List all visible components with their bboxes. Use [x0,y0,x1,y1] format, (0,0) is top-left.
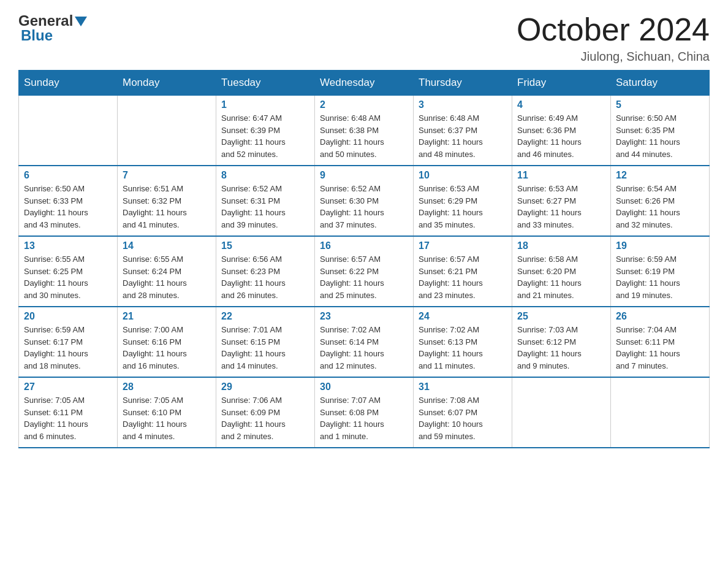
calendar-cell: 1Sunrise: 6:47 AMSunset: 6:39 PMDaylight… [216,96,315,166]
calendar-cell [118,96,216,166]
day-info: Sunrise: 7:06 AMSunset: 6:09 PMDaylight:… [221,394,309,442]
calendar-cell: 25Sunrise: 7:03 AMSunset: 6:12 PMDayligh… [512,307,611,377]
day-number: 30 [320,381,408,393]
calendar-cell: 23Sunrise: 7:02 AMSunset: 6:14 PMDayligh… [315,307,414,377]
weekday-header-thursday: Thursday [414,71,512,96]
day-info: Sunrise: 6:55 AMSunset: 6:24 PMDaylight:… [123,253,211,301]
day-number: 18 [517,240,605,251]
calendar-week-row: 1Sunrise: 6:47 AMSunset: 6:39 PMDaylight… [19,96,710,166]
calendar-week-row: 6Sunrise: 6:50 AMSunset: 6:33 PMDaylight… [19,166,710,236]
day-info: Sunrise: 6:57 AMSunset: 6:22 PMDaylight:… [320,253,408,301]
day-number: 2 [320,99,408,110]
page-header: General Blue October 2024 Jiulong, Sichu… [18,12,710,64]
calendar-table: SundayMondayTuesdayWednesdayThursdayFrid… [18,70,710,448]
calendar-cell: 22Sunrise: 7:01 AMSunset: 6:15 PMDayligh… [216,307,315,377]
day-info: Sunrise: 7:02 AMSunset: 6:13 PMDaylight:… [419,324,507,372]
day-info: Sunrise: 7:02 AMSunset: 6:14 PMDaylight:… [320,324,408,372]
day-number: 29 [221,381,309,393]
calendar-cell: 18Sunrise: 6:58 AMSunset: 6:20 PMDayligh… [512,236,611,307]
day-info: Sunrise: 6:55 AMSunset: 6:25 PMDaylight:… [24,253,112,301]
day-info: Sunrise: 7:05 AMSunset: 6:10 PMDaylight:… [123,394,211,442]
day-info: Sunrise: 6:51 AMSunset: 6:32 PMDaylight:… [123,183,211,231]
calendar-cell: 20Sunrise: 6:59 AMSunset: 6:17 PMDayligh… [19,307,118,377]
day-number: 28 [123,381,211,393]
day-number: 8 [221,170,309,181]
day-info: Sunrise: 6:50 AMSunset: 6:33 PMDaylight:… [24,183,112,231]
calendar-cell: 9Sunrise: 6:52 AMSunset: 6:30 PMDaylight… [315,166,414,236]
weekday-header-friday: Friday [512,71,611,96]
calendar-cell: 11Sunrise: 6:53 AMSunset: 6:27 PMDayligh… [512,166,611,236]
day-number: 26 [616,311,704,322]
calendar-cell: 3Sunrise: 6:48 AMSunset: 6:37 PMDaylight… [414,96,512,166]
calendar-cell: 30Sunrise: 7:07 AMSunset: 6:08 PMDayligh… [315,377,414,448]
calendar-cell: 19Sunrise: 6:59 AMSunset: 6:19 PMDayligh… [611,236,710,307]
day-info: Sunrise: 6:53 AMSunset: 6:27 PMDaylight:… [517,183,605,231]
calendar-cell [611,377,710,448]
day-number: 13 [24,240,112,251]
weekday-header-wednesday: Wednesday [315,71,414,96]
calendar-cell: 26Sunrise: 7:04 AMSunset: 6:11 PMDayligh… [611,307,710,377]
calendar-cell: 10Sunrise: 6:53 AMSunset: 6:29 PMDayligh… [414,166,512,236]
day-number: 9 [320,170,408,181]
day-info: Sunrise: 7:08 AMSunset: 6:07 PMDaylight:… [419,394,507,442]
day-number: 7 [123,170,211,181]
day-info: Sunrise: 7:05 AMSunset: 6:11 PMDaylight:… [24,394,112,442]
calendar-cell: 5Sunrise: 6:50 AMSunset: 6:35 PMDaylight… [611,96,710,166]
day-number: 21 [123,311,211,322]
day-info: Sunrise: 6:52 AMSunset: 6:31 PMDaylight:… [221,183,309,231]
day-info: Sunrise: 6:49 AMSunset: 6:36 PMDaylight:… [517,112,605,160]
location-label: Jiulong, Sichuan, China [517,50,710,64]
day-info: Sunrise: 7:01 AMSunset: 6:15 PMDaylight:… [221,324,309,372]
weekday-header-monday: Monday [118,71,216,96]
day-info: Sunrise: 6:54 AMSunset: 6:26 PMDaylight:… [616,183,704,231]
day-number: 20 [24,311,112,322]
calendar-cell: 21Sunrise: 7:00 AMSunset: 6:16 PMDayligh… [118,307,216,377]
calendar-cell: 2Sunrise: 6:48 AMSunset: 6:38 PMDaylight… [315,96,414,166]
calendar-cell: 15Sunrise: 6:56 AMSunset: 6:23 PMDayligh… [216,236,315,307]
calendar-cell [512,377,611,448]
day-number: 5 [616,99,704,110]
calendar-cell: 16Sunrise: 6:57 AMSunset: 6:22 PMDayligh… [315,236,414,307]
calendar-cell: 8Sunrise: 6:52 AMSunset: 6:31 PMDaylight… [216,166,315,236]
day-info: Sunrise: 6:57 AMSunset: 6:21 PMDaylight:… [419,253,507,301]
logo-triangle-icon [74,15,88,28]
day-info: Sunrise: 6:50 AMSunset: 6:35 PMDaylight:… [616,112,704,160]
day-info: Sunrise: 6:56 AMSunset: 6:23 PMDaylight:… [221,253,309,301]
svg-marker-0 [75,17,87,26]
day-info: Sunrise: 6:58 AMSunset: 6:20 PMDaylight:… [517,253,605,301]
day-number: 24 [419,311,507,322]
day-number: 10 [419,170,507,181]
day-number: 23 [320,311,408,322]
calendar-cell: 6Sunrise: 6:50 AMSunset: 6:33 PMDaylight… [19,166,118,236]
day-number: 6 [24,170,112,181]
logo-blue-text: Blue [21,27,53,44]
calendar-cell: 7Sunrise: 6:51 AMSunset: 6:32 PMDaylight… [118,166,216,236]
calendar-cell [19,96,118,166]
calendar-cell: 28Sunrise: 7:05 AMSunset: 6:10 PMDayligh… [118,377,216,448]
calendar-cell: 17Sunrise: 6:57 AMSunset: 6:21 PMDayligh… [414,236,512,307]
weekday-header-sunday: Sunday [19,71,118,96]
day-number: 17 [419,240,507,251]
calendar-cell: 27Sunrise: 7:05 AMSunset: 6:11 PMDayligh… [19,377,118,448]
day-info: Sunrise: 6:47 AMSunset: 6:39 PMDaylight:… [221,112,309,160]
calendar-cell: 24Sunrise: 7:02 AMSunset: 6:13 PMDayligh… [414,307,512,377]
day-number: 15 [221,240,309,251]
day-info: Sunrise: 6:59 AMSunset: 6:17 PMDaylight:… [24,324,112,372]
day-number: 3 [419,99,507,110]
day-info: Sunrise: 7:04 AMSunset: 6:11 PMDaylight:… [616,324,704,372]
day-info: Sunrise: 7:00 AMSunset: 6:16 PMDaylight:… [123,324,211,372]
day-info: Sunrise: 6:53 AMSunset: 6:29 PMDaylight:… [419,183,507,231]
weekday-header-tuesday: Tuesday [216,71,315,96]
calendar-week-row: 27Sunrise: 7:05 AMSunset: 6:11 PMDayligh… [19,377,710,448]
calendar-cell: 14Sunrise: 6:55 AMSunset: 6:24 PMDayligh… [118,236,216,307]
day-info: Sunrise: 7:07 AMSunset: 6:08 PMDaylight:… [320,394,408,442]
day-number: 31 [419,381,507,393]
weekday-header-row: SundayMondayTuesdayWednesdayThursdayFrid… [19,71,710,96]
calendar-week-row: 13Sunrise: 6:55 AMSunset: 6:25 PMDayligh… [19,236,710,307]
calendar-cell: 4Sunrise: 6:49 AMSunset: 6:36 PMDaylight… [512,96,611,166]
calendar-cell: 29Sunrise: 7:06 AMSunset: 6:09 PMDayligh… [216,377,315,448]
day-info: Sunrise: 6:59 AMSunset: 6:19 PMDaylight:… [616,253,704,301]
day-number: 27 [24,381,112,393]
day-info: Sunrise: 6:48 AMSunset: 6:37 PMDaylight:… [419,112,507,160]
calendar-cell: 12Sunrise: 6:54 AMSunset: 6:26 PMDayligh… [611,166,710,236]
